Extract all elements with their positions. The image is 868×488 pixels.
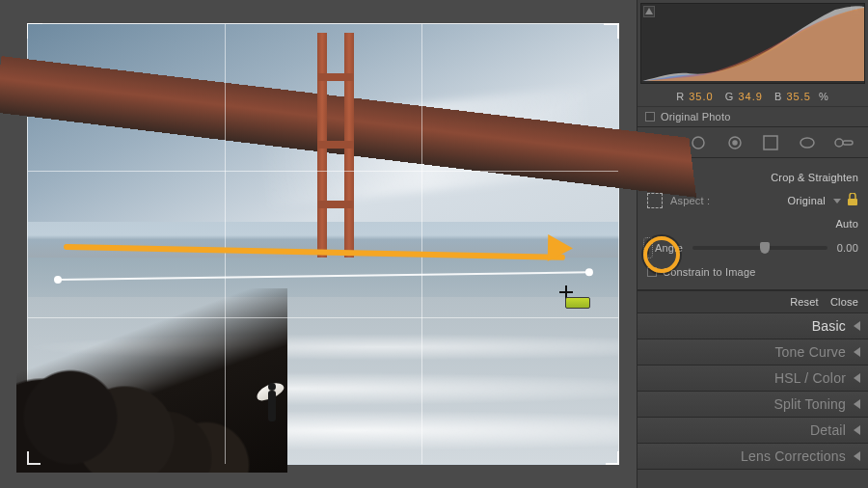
hsl-color-panel-header[interactable]: HSL / Color — [637, 366, 868, 392]
collapse-triangle-icon — [854, 399, 860, 409]
original-photo-row[interactable]: Original Photo — [637, 106, 868, 127]
angle-value[interactable]: 0.00 — [837, 242, 858, 254]
svg-rect-9 — [843, 141, 853, 145]
aspect-icon[interactable] — [647, 193, 663, 208]
crop-grid-line — [28, 317, 618, 318]
straighten-tool-icon[interactable] — [647, 241, 649, 255]
adjustment-brush-icon[interactable] — [833, 132, 854, 153]
constrain-label: Constrain to Image — [663, 266, 756, 278]
svg-rect-10 — [848, 199, 857, 205]
crop-grid-line — [421, 24, 422, 464]
original-photo-checkbox[interactable] — [645, 112, 655, 122]
original-photo-label: Original Photo — [661, 111, 731, 122]
svg-point-7 — [800, 138, 814, 148]
collapse-triangle-icon — [854, 321, 860, 331]
develop-side-panel: R 35.0 G 34.9 B 35.5 % Original Photo To… — [637, 0, 868, 488]
angle-slider[interactable] — [692, 246, 827, 250]
canvas-area[interactable] — [0, 0, 637, 488]
svg-point-8 — [835, 139, 843, 147]
collapse-triangle-icon — [854, 425, 860, 435]
graduated-filter-icon[interactable] — [760, 132, 781, 153]
close-button[interactable]: Close — [830, 296, 858, 308]
rgb-readout: R 35.0 G 34.9 B 35.5 % — [637, 87, 868, 106]
collapse-triangle-icon — [854, 373, 860, 383]
spot-removal-icon[interactable] — [688, 132, 709, 153]
panel-footer: Reset Close — [637, 290, 868, 313]
reset-button[interactable]: Reset — [790, 296, 819, 308]
svg-point-3 — [692, 137, 704, 149]
detail-panel-header[interactable]: Detail — [637, 418, 868, 444]
chevron-down-icon[interactable] — [833, 199, 841, 203]
aspect-dropdown[interactable]: Original — [787, 195, 826, 206]
redeye-icon[interactable] — [724, 132, 746, 153]
auto-straighten-button[interactable]: Auto — [836, 218, 858, 230]
rgb-g-value: 34.9 — [738, 91, 762, 102]
collapse-triangle-icon — [854, 347, 860, 357]
crop-frame[interactable] — [27, 23, 619, 465]
basic-panel-header[interactable]: Basic — [637, 313, 868, 339]
photo-rocks — [16, 288, 288, 474]
constrain-checkbox[interactable] — [647, 267, 657, 277]
tone-curve-panel-header[interactable]: Tone Curve — [637, 339, 868, 366]
split-toning-panel-header[interactable]: Split Toning — [637, 392, 868, 418]
crop-handle[interactable] — [27, 451, 41, 465]
aspect-lock-icon[interactable] — [847, 193, 858, 208]
lens-corrections-panel-header[interactable]: Lens Corrections — [637, 444, 868, 470]
angle-label: Angle — [655, 242, 683, 254]
histogram[interactable] — [640, 3, 865, 84]
svg-point-5 — [733, 141, 737, 145]
svg-rect-6 — [764, 136, 777, 149]
collapse-triangle-icon — [854, 451, 860, 461]
photo-surfer — [261, 383, 283, 429]
crop-handle[interactable] — [606, 451, 619, 465]
rgb-r-value: 35.0 — [689, 91, 713, 102]
rgb-b-value: 35.5 — [786, 91, 810, 102]
crop-grid-line — [225, 24, 226, 464]
tool-name: Crop & Straighten — [771, 172, 858, 183]
slider-thumb[interactable] — [760, 242, 770, 254]
crop-grid-line — [28, 171, 618, 172]
radial-filter-icon[interactable] — [797, 132, 818, 153]
cursor-level-icon — [565, 297, 590, 309]
